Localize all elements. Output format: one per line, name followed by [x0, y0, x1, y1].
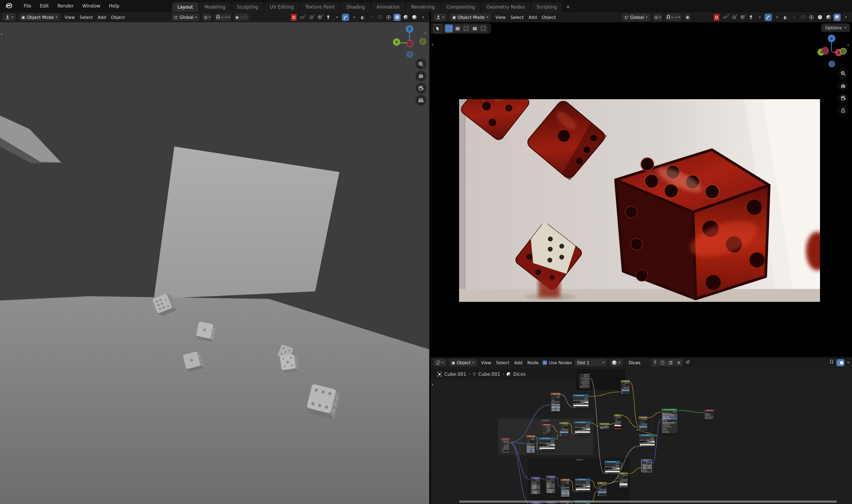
- select-mode-intersect[interactable]: [479, 24, 487, 33]
- sidebar-collapse-right-vp[interactable]: ‹: [847, 42, 849, 48]
- vpl-menu-object[interactable]: Object: [109, 15, 126, 20]
- shading-rendered-button[interactable]: [833, 14, 841, 21]
- shader-editor[interactable]: ▣ Object ViewSelectAddNode ✓ Use Nodes S…: [431, 358, 852, 504]
- overlays-dropdown[interactable]: [773, 14, 780, 21]
- breadcrumb-material[interactable]: Dices: [513, 372, 526, 377]
- workspace-tab-layout[interactable]: Layout: [172, 2, 198, 12]
- mode-dropdown[interactable]: ▣ Object Mode: [450, 14, 491, 21]
- ne-menu-add[interactable]: Add: [513, 360, 524, 365]
- shading-material-button[interactable]: [402, 14, 409, 21]
- overlays-dropdown[interactable]: [351, 14, 358, 21]
- sidebar-collapse-left-vp[interactable]: ‹: [424, 29, 427, 36]
- node-color-ramp[interactable]: ⌄ Color RampColorAlpha+−⌄RGBEase0Pos 0.1…: [539, 437, 555, 451]
- toolbar-collapse-right-vp[interactable]: ›: [431, 41, 433, 48]
- node-mix[interactable]: ⌄ MixResultColorMixClamp ResultClamp Fac…: [597, 482, 607, 497]
- zoom-button[interactable]: [838, 68, 849, 79]
- toolbar-collapse-left-vp[interactable]: ›: [1, 30, 3, 37]
- node-color-ramp[interactable]: ⌄ Color RampColorAlpha+−⌄RGBB-Spl.0Pos 0…: [572, 394, 589, 408]
- shading-solid-button[interactable]: [816, 14, 823, 21]
- shading-material-button[interactable]: [825, 14, 832, 21]
- zoom-button[interactable]: [415, 59, 426, 69]
- node-invert-color[interactable]: ⌄ Invert ColorColorFac 1.000Color: [599, 423, 609, 430]
- workspace-tab-sculpting[interactable]: Sculpting: [232, 2, 264, 12]
- gizmo-axis-z-neg[interactable]: [829, 61, 835, 67]
- vpr-menu-object[interactable]: Object: [540, 15, 557, 20]
- select-mode-invert[interactable]: [471, 24, 479, 33]
- gizmo-axis-y-neg[interactable]: [420, 38, 426, 44]
- node-color-ramp[interactable]: ⌄ Color RampColorAlpha+−⌄RGBEase0Pos 0.8…: [604, 461, 620, 474]
- af-eyedropper-icon[interactable]: AF: [299, 14, 306, 21]
- ne-menu-view[interactable]: View: [480, 360, 493, 365]
- workspace-tab-geometry-nodes[interactable]: Geometry Nodes: [481, 2, 530, 12]
- horizontal-splitter[interactable]: [431, 356, 852, 358]
- vpl-menu-add[interactable]: Add: [96, 15, 107, 20]
- slot-dropdown[interactable]: Slot 1: [575, 359, 607, 366]
- node-bump[interactable]: ⌄ BumpNormalInvertStren.. 0.268Dista.. 1…: [641, 460, 652, 472]
- node-mix[interactable]: ⌄ MixResultColorMixClamp ResultClamp Fac…: [619, 472, 628, 488]
- proportional-edit-group[interactable]: ◉: [685, 14, 690, 21]
- node-overlay[interactable]: ⌄ OverlayResultColorOverlayClamp ResultC…: [638, 416, 647, 431]
- editor-type-button[interactable]: [433, 359, 446, 366]
- snap-group[interactable]: ⊢⊣: [215, 14, 231, 21]
- topbar-menu-window[interactable]: Window: [78, 3, 105, 8]
- node-principled-bsdf[interactable]: ⌄ Principled BSDFBSDFBase ColorMetallic …: [661, 409, 678, 433]
- horizontal-scrollbar[interactable]: [459, 501, 837, 503]
- mode-dropdown[interactable]: ▣ Object Mode: [19, 14, 60, 21]
- viewport-right-canvas[interactable]: Options Z Y X ‹ ›: [431, 22, 852, 356]
- node-geometry[interactable]: NormalTangentTrue NormalIncomingParametr…: [579, 374, 590, 389]
- shading-wireframe-button[interactable]: [807, 14, 815, 21]
- gizmo-axis-x-neg[interactable]: [840, 48, 847, 55]
- render-view-icon[interactable]: [290, 14, 298, 21]
- add-workspace-button[interactable]: +: [563, 1, 573, 12]
- node-color-ramp[interactable]: ⌄ Color RampColorAlpha+−⌄RGBEase0Pos 0.8…: [575, 479, 590, 492]
- camera-view-button[interactable]: [415, 83, 426, 93]
- fake-user-button[interactable]: [658, 359, 667, 366]
- xray-toggle[interactable]: ◐: [782, 14, 789, 21]
- select-mode-extend[interactable]: [454, 24, 461, 33]
- topbar-menu-edit[interactable]: Edit: [35, 3, 53, 8]
- pivot-dropdown[interactable]: ◎: [203, 14, 212, 21]
- node-noise-texture[interactable]: ⌄ Noise TextureFacColor3DfBMNormalizeVec…: [526, 435, 535, 453]
- node-mix[interactable]: ⌄ MixResultColorMixClamp ResultClamp Fac…: [614, 414, 622, 430]
- shading-wireframe-button[interactable]: [385, 14, 392, 21]
- overlays-toggle[interactable]: [836, 359, 845, 366]
- render-view-icon[interactable]: [713, 14, 720, 21]
- material-sample-eyedropper-icon[interactable]: [739, 14, 746, 21]
- camera-view-button[interactable]: [838, 93, 849, 104]
- topbar-menu-help[interactable]: Help: [105, 3, 124, 8]
- shading-solid-button[interactable]: [393, 14, 401, 21]
- show-gizmo-icon[interactable]: [325, 14, 332, 21]
- viewport-3d-left[interactable]: ▣ Object Mode ViewSelectAddObject Global…: [0, 12, 429, 504]
- node-noise-texture[interactable]: ⌄ Noise TextureFacColor3DfBMNormalizeVec…: [551, 393, 561, 412]
- workspace-tab-uv-editing[interactable]: UV Editing: [264, 2, 299, 12]
- viewport-3d-right[interactable]: ▣ Object Mode ViewSelectAddObject Global…: [431, 12, 852, 356]
- vpl-menu-select[interactable]: Select: [78, 15, 94, 20]
- show-overlays-toggle[interactable]: [765, 14, 772, 21]
- vpl-menu-view[interactable]: View: [63, 15, 76, 20]
- orientation-dropdown[interactable]: Global: [622, 14, 650, 21]
- breadcrumb-mesh[interactable]: Cube.001: [478, 372, 500, 377]
- select-mode-set[interactable]: [445, 24, 453, 33]
- material-name-field[interactable]: Dices: [625, 359, 651, 366]
- snap-group[interactable]: ⊢⊣: [665, 14, 681, 21]
- workspace-tab-modeling[interactable]: Modeling: [199, 2, 231, 12]
- node-material-output[interactable]: ⌄ Material OutputAllSurfaceVolumeDisplac…: [704, 409, 714, 419]
- proportional-edit-group[interactable]: ◉: [234, 14, 249, 21]
- workspace-tab-animation[interactable]: Animation: [371, 2, 405, 12]
- shading-rendered-button[interactable]: [411, 14, 418, 21]
- node-texture-coordinate[interactable]: ⌄ Texture CoordinateGeneratedNormalUVObj…: [500, 438, 510, 453]
- new-material-button[interactable]: [667, 359, 675, 366]
- vpr-menu-add[interactable]: Add: [527, 15, 538, 20]
- active-tool-select-box[interactable]: [433, 24, 442, 33]
- orientation-dropdown[interactable]: Global: [172, 14, 199, 21]
- af-eyedropper-icon[interactable]: AF: [722, 14, 729, 21]
- blender-logo-icon[interactable]: [5, 2, 12, 10]
- xray-toggle[interactable]: ◐: [359, 14, 366, 21]
- pin-icon[interactable]: [686, 360, 690, 365]
- tool-options-button[interactable]: Options: [821, 23, 850, 32]
- color-sample-eyedropper-icon[interactable]: [730, 14, 738, 21]
- gizmo-axis-z[interactable]: Z: [406, 25, 413, 33]
- color-sample-eyedropper-icon[interactable]: [307, 14, 315, 21]
- snap-toggle[interactable]: [830, 360, 834, 365]
- vpr-menu-view[interactable]: View: [494, 15, 507, 20]
